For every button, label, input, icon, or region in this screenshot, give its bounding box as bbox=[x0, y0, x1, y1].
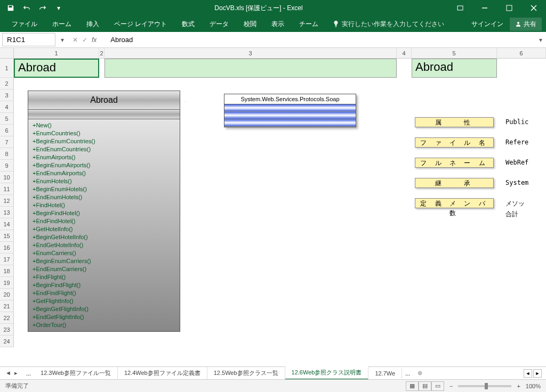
fx-icon[interactable]: fx bbox=[92, 36, 101, 44]
row-header[interactable]: 8 bbox=[0, 148, 14, 160]
window-title: DocVB.xls [保護ビュー] - Excel bbox=[69, 4, 448, 13]
sheet-tab[interactable]: 12.3Web参照ファイル一覧 bbox=[34, 367, 118, 379]
view-page-layout-icon[interactable]: ▤ bbox=[419, 381, 431, 391]
row-header[interactable]: 5 bbox=[0, 113, 14, 125]
hscroll-right-icon[interactable]: ► bbox=[533, 369, 542, 378]
property-label-fullname[interactable]: フ ル ネ ー ム bbox=[415, 158, 494, 168]
name-box[interactable] bbox=[2, 33, 55, 46]
tab-insert[interactable]: 挿入 bbox=[79, 17, 107, 32]
zoom-level[interactable]: 100% bbox=[526, 383, 541, 389]
row-header[interactable]: 1 bbox=[0, 59, 14, 78]
cells[interactable]: Abroad Abroad Abroad +New() +EnumCountri… bbox=[14, 59, 546, 347]
tab-formulas[interactable]: 数式 bbox=[174, 17, 202, 32]
undo-icon[interactable] bbox=[20, 2, 33, 14]
row-headers: 1 2 3 4 5 6 7 8 9 10 11 12 13 14 15 16 1… bbox=[0, 59, 14, 347]
zoom-slider[interactable] bbox=[458, 385, 511, 387]
close-icon[interactable] bbox=[521, 0, 546, 16]
row-header[interactable]: 13 bbox=[0, 207, 14, 218]
property-label-inherits[interactable]: 継 承 bbox=[415, 178, 494, 188]
signin-link[interactable]: サインイン bbox=[471, 20, 503, 29]
col-header[interactable]: 3 bbox=[105, 48, 397, 58]
cell-r1c5[interactable]: Abroad bbox=[412, 59, 497, 78]
row-header[interactable]: 6 bbox=[0, 125, 14, 136]
tab-file[interactable]: ファイル bbox=[4, 17, 45, 32]
row-header[interactable]: 18 bbox=[0, 265, 14, 277]
status-ready: 準備完了 bbox=[5, 382, 29, 390]
row-header[interactable]: 12 bbox=[0, 195, 14, 207]
tab-nav-first-icon[interactable]: ◄ bbox=[4, 370, 12, 377]
tabs-overflow-right[interactable]: ... bbox=[402, 370, 413, 377]
qat-dropdown-icon[interactable]: ▾ bbox=[52, 2, 65, 14]
row-header[interactable]: 19 bbox=[0, 277, 14, 289]
row-header[interactable]: 16 bbox=[0, 242, 14, 254]
row-header[interactable]: 20 bbox=[0, 289, 14, 300]
col-header[interactable]: 1 bbox=[14, 48, 99, 58]
property-label-attribute[interactable]: 属 性 bbox=[415, 117, 494, 127]
cell-r1c3[interactable] bbox=[105, 59, 397, 78]
sheet-tab[interactable]: 12.4Web参照ファイル定義書 bbox=[118, 367, 207, 379]
tabs-overflow-left[interactable]: ... bbox=[23, 370, 34, 377]
base-class-shape[interactable]: System.Web.Services.Protocols.Soap bbox=[224, 94, 356, 127]
ribbon-display-icon[interactable] bbox=[448, 0, 472, 16]
name-box-dropdown-icon[interactable]: ▾ bbox=[58, 36, 67, 44]
class-member: +BeginEnumAirports() bbox=[33, 161, 175, 169]
row-header[interactable]: 17 bbox=[0, 254, 14, 265]
formula-input[interactable] bbox=[106, 34, 535, 46]
col-header[interactable]: 5 bbox=[412, 48, 497, 58]
class-member: +EndFindHotel() bbox=[33, 217, 175, 225]
property-label-member-count[interactable]: 定 義 メ ン バ 数 bbox=[415, 198, 494, 208]
row-header[interactable]: 9 bbox=[0, 160, 14, 172]
zoom-out-icon[interactable]: − bbox=[449, 383, 453, 389]
zoom-thumb[interactable] bbox=[485, 383, 488, 389]
select-all-corner[interactable] bbox=[0, 48, 14, 58]
zoom-in-icon[interactable]: + bbox=[517, 383, 520, 389]
col-header[interactable]: 6 bbox=[497, 48, 546, 58]
cell-r1c1[interactable]: Abroad bbox=[14, 59, 99, 78]
share-button[interactable]: 共有 bbox=[510, 18, 542, 31]
status-bar: 準備完了 ▦ ▤ ▭ − + 100% bbox=[0, 379, 546, 392]
property-label-filename[interactable]: フ ァ イ ル 名 bbox=[415, 137, 494, 148]
sheet-tab-active[interactable]: 12.6Web参照クラス説明書 bbox=[285, 366, 369, 380]
sheet-tab-bar: ◄ ▸ ... 12.3Web参照ファイル一覧 12.4Web参照ファイル定義書… bbox=[0, 366, 546, 379]
row-header[interactable]: 7 bbox=[0, 136, 14, 148]
tab-team[interactable]: チーム bbox=[292, 17, 326, 32]
worksheet-area[interactable]: 1 2 3 4 5 6 1 2 3 4 5 6 7 8 9 10 11 12 1… bbox=[0, 48, 546, 368]
row-header[interactable]: 22 bbox=[0, 312, 14, 324]
tab-nav-prev-icon[interactable]: ▸ bbox=[13, 370, 19, 377]
tab-home[interactable]: ホーム bbox=[45, 17, 79, 32]
tab-view[interactable]: 表示 bbox=[264, 17, 292, 32]
sheet-tab[interactable]: 12.5Web参照クラス一覧 bbox=[207, 367, 285, 379]
row-header[interactable]: 24 bbox=[0, 336, 14, 347]
view-normal-icon[interactable]: ▦ bbox=[406, 381, 419, 391]
stripe bbox=[224, 112, 356, 119]
row-header[interactable]: 11 bbox=[0, 183, 14, 195]
row-header[interactable]: 3 bbox=[0, 89, 14, 101]
class-member: +EndGetHotelInfo() bbox=[33, 241, 175, 249]
class-diagram-shape[interactable]: Abroad +New() +EnumCountries() +BeginEnu… bbox=[28, 91, 180, 332]
col-header[interactable]: 4 bbox=[397, 48, 412, 58]
add-sheet-icon[interactable]: ⊕ bbox=[413, 370, 427, 377]
cancel-formula-icon[interactable]: ✕ bbox=[73, 36, 78, 44]
enter-formula-icon[interactable]: ✓ bbox=[82, 36, 87, 44]
maximize-icon[interactable] bbox=[497, 0, 521, 16]
redo-icon[interactable] bbox=[36, 2, 49, 14]
col-header[interactable]: 2 bbox=[99, 48, 105, 58]
row-header[interactable]: 4 bbox=[0, 101, 14, 113]
formula-expand-icon[interactable]: ▾ bbox=[535, 36, 546, 44]
tab-page-layout[interactable]: ページ レイアウト bbox=[107, 17, 174, 32]
hscroll-left-icon[interactable]: ◄ bbox=[524, 369, 532, 378]
row-header[interactable]: 2 bbox=[0, 78, 14, 89]
save-icon[interactable] bbox=[4, 2, 17, 14]
class-member: +GetHotelInfo() bbox=[33, 225, 175, 233]
row-header[interactable]: 15 bbox=[0, 230, 14, 242]
row-header[interactable]: 23 bbox=[0, 324, 14, 336]
view-page-break-icon[interactable]: ▭ bbox=[431, 381, 444, 391]
tab-data[interactable]: データ bbox=[202, 17, 236, 32]
tab-review[interactable]: 校閲 bbox=[236, 17, 264, 32]
tell-me[interactable]: 実行したい作業を入力してください bbox=[326, 20, 451, 29]
row-header[interactable]: 14 bbox=[0, 218, 14, 230]
minimize-icon[interactable] bbox=[472, 0, 497, 16]
sheet-tab[interactable]: 12.7We bbox=[368, 368, 402, 379]
row-header[interactable]: 21 bbox=[0, 300, 14, 312]
row-header[interactable]: 10 bbox=[0, 172, 14, 183]
